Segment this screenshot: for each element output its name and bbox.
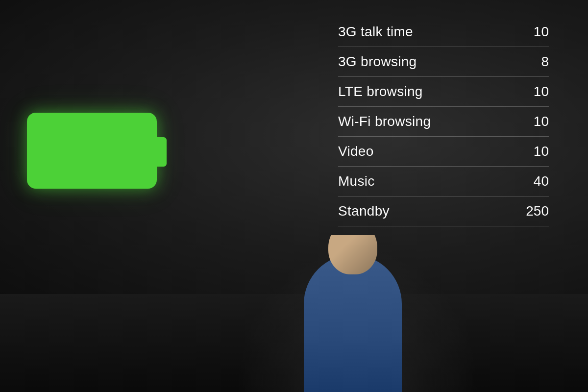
stat-label: 3G talk time xyxy=(338,24,413,40)
stat-label: Music xyxy=(338,173,375,189)
stat-value: 10 xyxy=(524,24,549,40)
battery-tip xyxy=(156,137,167,167)
stat-label: 3G browsing xyxy=(338,54,417,70)
battery-body xyxy=(27,113,157,189)
stat-label: Standby xyxy=(338,203,390,219)
battery-icon xyxy=(27,113,167,191)
table-row: 3G talk time10 xyxy=(338,17,549,47)
stat-value: 10 xyxy=(524,144,549,159)
presenter-body xyxy=(304,255,402,392)
stat-value: 10 xyxy=(524,114,549,129)
stat-value: 10 xyxy=(524,84,549,99)
table-row: Standby250 xyxy=(338,196,549,226)
presenter-area xyxy=(284,235,421,392)
table-row: Video10 xyxy=(338,137,549,167)
stat-label: LTE browsing xyxy=(338,84,423,99)
stat-label: Video xyxy=(338,144,374,159)
table-row: Music40 xyxy=(338,167,549,196)
battery-stats-table: 3G talk time103G browsing8LTE browsing10… xyxy=(338,17,549,226)
table-row: Wi-Fi browsing10 xyxy=(338,107,549,137)
stat-value: 250 xyxy=(524,203,549,219)
stat-value: 40 xyxy=(524,173,549,189)
table-row: 3G browsing8 xyxy=(338,47,549,77)
stat-value: 8 xyxy=(524,54,549,70)
table-row: LTE browsing10 xyxy=(338,77,549,107)
stat-label: Wi-Fi browsing xyxy=(338,114,431,129)
